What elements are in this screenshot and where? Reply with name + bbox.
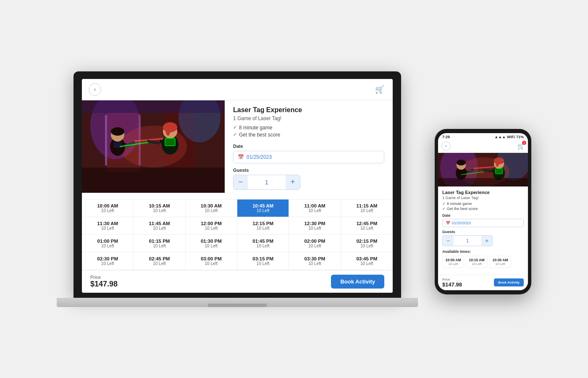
guests-decrement-button[interactable]: − bbox=[234, 175, 248, 189]
main-scene: ‹ 🛒 bbox=[0, 46, 588, 332]
svg-rect-23 bbox=[165, 138, 175, 146]
time-slot-12[interactable]: 01:00 PM 10 Left bbox=[82, 235, 134, 252]
phone-activity-image bbox=[438, 153, 528, 186]
svg-rect-50 bbox=[438, 178, 528, 186]
guests-increment-button[interactable]: + bbox=[286, 175, 300, 189]
slot-avail-23: 10 Left bbox=[344, 261, 390, 266]
slot-avail-1: 10 Left bbox=[136, 208, 182, 213]
phone-guests-decrement[interactable]: − bbox=[443, 236, 454, 246]
slot-avail-21: 10 Left bbox=[240, 261, 286, 266]
phone-available-label: Available times: bbox=[442, 249, 524, 254]
phone-date-value: 01/25/2023 bbox=[452, 221, 471, 225]
slot-time-12: 01:00 PM bbox=[84, 239, 131, 244]
phone-time-slot-3[interactable]: 10:30 AM 10 Left bbox=[489, 256, 511, 268]
time-slot-13[interactable]: 01:15 PM 10 Left bbox=[134, 235, 185, 252]
slot-time-8: 12:00 PM bbox=[188, 221, 234, 226]
slot-time-16: 02:00 PM bbox=[291, 239, 338, 244]
time-slot-16[interactable]: 02:00 PM 10 Left bbox=[289, 235, 341, 252]
price-value: $147.98 bbox=[90, 280, 118, 289]
time-slot-8[interactable]: 12:00 PM 10 Left bbox=[186, 217, 237, 235]
slot-avail-5: 10 Left bbox=[344, 208, 390, 213]
cart-button[interactable]: 🛒 bbox=[373, 83, 386, 96]
date-label: Date bbox=[233, 144, 384, 149]
date-input[interactable]: 📅 01/25/2023 bbox=[233, 151, 384, 163]
phone-back-button[interactable]: ‹ bbox=[441, 142, 451, 151]
phone-times-row: 10:00 AM 10 Left 10:15 AM 10 Left 10:30 … bbox=[442, 256, 524, 271]
feature-item-1: ✓ 8 minute game bbox=[233, 125, 384, 131]
slot-avail-0: 10 Left bbox=[84, 208, 131, 213]
phone-check-1: ✓ bbox=[442, 202, 446, 206]
time-slot-23[interactable]: 03:45 PM 10 Left bbox=[341, 252, 393, 270]
phone-date-input[interactable]: 📅 01/25/2023 bbox=[442, 219, 524, 227]
phone-slot-avail-1: 10 Left bbox=[445, 262, 461, 266]
activity-title: Laser Tag Experience bbox=[233, 106, 384, 114]
feature-text-2: Get the best score bbox=[239, 132, 280, 138]
phone-guests-increment[interactable]: + bbox=[481, 236, 492, 246]
slot-avail-20: 10 Left bbox=[188, 261, 234, 266]
phone-guests-control: − 1 + bbox=[442, 235, 493, 246]
time-slot-19[interactable]: 02:45 PM 10 Left bbox=[134, 252, 185, 270]
phone-time-slot-1[interactable]: 10:00 AM 10 Left bbox=[442, 256, 464, 268]
back-button[interactable]: ‹ bbox=[89, 83, 101, 96]
time-slot-9[interactable]: 12:15 PM 10 Left bbox=[237, 217, 289, 235]
book-activity-button[interactable]: Book Activity bbox=[331, 275, 384, 289]
time-slot-22[interactable]: 03:30 PM 10 Left bbox=[289, 252, 341, 270]
slot-avail-14: 10 Left bbox=[188, 244, 234, 248]
slot-time-4: 11:00 AM bbox=[291, 203, 338, 208]
phone-calendar-icon: 📅 bbox=[446, 221, 450, 225]
slot-avail-11: 10 Left bbox=[344, 226, 390, 231]
wifi-icon: WiFi bbox=[507, 135, 515, 139]
time-slot-7[interactable]: 11:45 AM 10 Left bbox=[134, 217, 185, 235]
guests-control: − 1 + bbox=[233, 175, 300, 190]
svg-point-44 bbox=[496, 159, 499, 167]
slot-avail-17: 10 Left bbox=[344, 244, 390, 248]
slot-time-23: 03:45 PM bbox=[344, 256, 390, 261]
slot-avail-18: 10 Left bbox=[84, 261, 131, 266]
slot-time-5: 11:15 AM bbox=[344, 203, 390, 208]
time-slot-1[interactable]: 10:15 AM 10 Left bbox=[134, 200, 185, 217]
cart-icon: 🛒 bbox=[375, 85, 384, 94]
time-slot-21[interactable]: 03:15 PM 10 Left bbox=[237, 252, 289, 270]
phone-slot-avail-3: 10 Left bbox=[492, 262, 508, 266]
slot-time-17: 02:15 PM bbox=[344, 239, 390, 244]
slot-time-2: 10:30 AM bbox=[188, 203, 234, 208]
guests-value: 1 bbox=[248, 179, 286, 186]
booking-footer: Price $147.98 Book Activity bbox=[82, 270, 393, 293]
time-slot-17[interactable]: 02:15 PM 10 Left bbox=[341, 235, 393, 252]
slot-time-14: 01:30 PM bbox=[188, 239, 234, 244]
time-slot-3[interactable]: 10:45 AM 10 Left bbox=[237, 200, 289, 217]
time-slot-15[interactable]: 01:45 PM 10 Left bbox=[237, 235, 289, 252]
slot-time-15: 01:45 PM bbox=[240, 239, 286, 244]
slot-time-0: 10:00 AM bbox=[84, 203, 131, 208]
phone-info: Laser Tag Experience 1 Game of Laser Tag… bbox=[438, 186, 528, 275]
phone-check-2: ✓ bbox=[442, 207, 446, 211]
time-slot-10[interactable]: 12:30 PM 10 Left bbox=[289, 217, 341, 235]
phone-header: ‹ 🛒 1 bbox=[438, 140, 528, 153]
time-slot-14[interactable]: 01:30 PM 10 Left bbox=[186, 235, 237, 252]
time-slot-5[interactable]: 11:15 AM 10 Left bbox=[341, 200, 393, 217]
slot-time-18: 02:30 PM bbox=[84, 256, 131, 261]
time-slot-11[interactable]: 12:45 PM 10 Left bbox=[341, 217, 393, 235]
time-slot-2[interactable]: 10:30 AM 10 Left bbox=[186, 200, 237, 217]
activity-subtitle: 1 Game of Laser Tag! bbox=[233, 116, 384, 121]
phone-cart-wrapper: 🛒 1 bbox=[517, 142, 525, 150]
app-content: ‹ 🛒 bbox=[82, 79, 393, 293]
svg-rect-27 bbox=[82, 168, 225, 193]
slot-time-13: 01:15 PM bbox=[136, 239, 182, 244]
slot-avail-19: 10 Left bbox=[136, 261, 182, 266]
phone-activity-subtitle: 1 Game of Laser Tag! bbox=[442, 196, 524, 200]
time-slot-4[interactable]: 11:00 AM 10 Left bbox=[289, 200, 341, 217]
time-slot-0[interactable]: 10:00 AM 10 Left bbox=[82, 200, 134, 217]
laser-tag-image bbox=[82, 100, 225, 193]
time-slot-6[interactable]: 11:30 AM 10 Left bbox=[82, 217, 134, 235]
slot-avail-12: 10 Left bbox=[84, 244, 131, 248]
phone-time-slot-2[interactable]: 10:15 AM 10 Left bbox=[466, 256, 488, 268]
slot-time-3: 10:45 AM bbox=[240, 203, 286, 208]
phone-book-button[interactable]: Book Activity bbox=[494, 278, 524, 286]
feature-item-2: ✓ Get the best score bbox=[233, 132, 384, 138]
svg-point-43 bbox=[494, 158, 504, 164]
time-slot-20[interactable]: 03:00 PM 10 Left bbox=[186, 252, 237, 270]
phone-chevron-left-icon: ‹ bbox=[445, 144, 446, 148]
time-slot-18[interactable]: 02:30 PM 10 Left bbox=[82, 252, 134, 270]
slot-avail-4: 10 Left bbox=[291, 208, 338, 213]
